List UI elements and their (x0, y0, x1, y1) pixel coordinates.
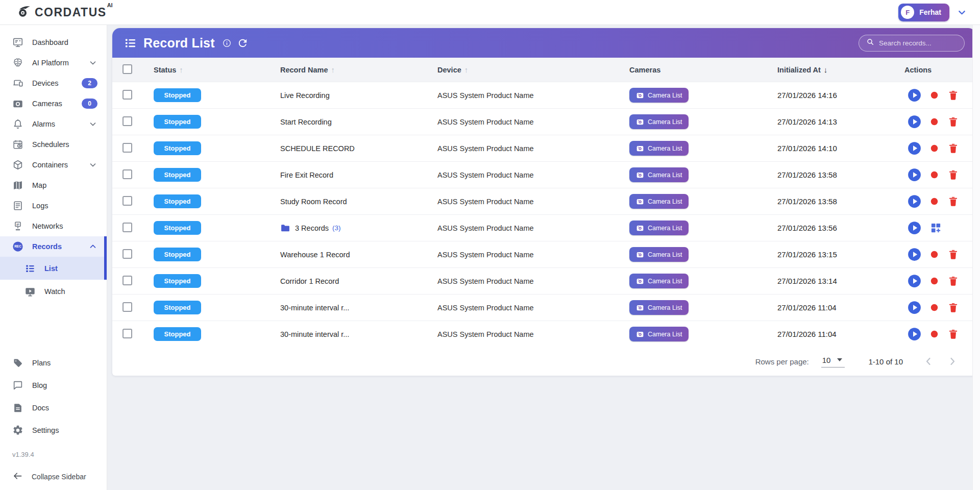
record-button[interactable] (930, 170, 939, 179)
sidebar-item-cameras[interactable]: Cameras0 (0, 93, 107, 114)
column-header-device[interactable]: Device↑ (437, 65, 629, 74)
play-button[interactable] (908, 141, 921, 155)
record-group-name[interactable]: 3 Records(3) (280, 223, 437, 233)
play-button[interactable] (908, 221, 921, 235)
play-button[interactable] (908, 88, 921, 102)
record-button[interactable] (930, 117, 939, 126)
row-checkbox[interactable] (122, 329, 132, 338)
play-button[interactable] (908, 327, 921, 341)
rows-per-page-select[interactable]: 10 (821, 356, 845, 368)
record-button[interactable] (930, 277, 939, 285)
column-header-initialized-at[interactable]: Initialized At↓ (777, 65, 904, 74)
camera-small-icon (636, 304, 644, 312)
camera-list-button[interactable]: Camera List (629, 114, 689, 129)
row-checkbox[interactable] (122, 302, 132, 312)
camera-list-label: Camera List (648, 92, 682, 99)
row-checkbox[interactable] (122, 169, 132, 179)
table-row: Stopped30-minute interval r...ASUS Syste… (112, 294, 976, 321)
sidebar-item-map[interactable]: Map (0, 175, 107, 195)
sidebar-item-logs[interactable]: Logs (0, 195, 107, 216)
sidebar-item-docs[interactable]: Docs (0, 397, 107, 419)
sidebar-item-records[interactable]: RECRecords (0, 236, 107, 257)
camera-list-button[interactable]: Camera List (629, 88, 689, 103)
row-checkbox[interactable] (122, 116, 132, 126)
avatar: F (901, 6, 914, 19)
sidebar-item-blog[interactable]: Blog (0, 374, 107, 397)
delete-button[interactable] (947, 169, 959, 181)
delete-button[interactable] (947, 302, 959, 313)
play-button[interactable] (908, 168, 921, 182)
record-button[interactable] (930, 144, 939, 153)
camera-list-button[interactable]: Camera List (629, 220, 689, 235)
play-button[interactable] (908, 248, 921, 261)
sidebar-subitem-label: List (44, 264, 58, 273)
camera-list-button[interactable]: Camera List (629, 141, 689, 156)
sidebar-item-plans[interactable]: Plans (0, 352, 107, 374)
row-checkbox[interactable] (122, 143, 132, 153)
sidebar-item-dashboard[interactable]: Dashboard (0, 32, 107, 53)
sort-up-icon: ↑ (331, 65, 335, 74)
row-checkbox[interactable] (122, 90, 132, 100)
refresh-button[interactable] (237, 37, 249, 49)
select-all-checkbox[interactable] (122, 64, 132, 74)
row-checkbox[interactable] (122, 276, 132, 285)
delete-button[interactable] (947, 195, 959, 207)
row-checkbox[interactable] (122, 249, 132, 259)
camera-list-button[interactable]: Camera List (629, 274, 689, 288)
record-button[interactable] (930, 330, 939, 338)
row-checkbox[interactable] (122, 196, 132, 206)
record-button[interactable] (930, 197, 939, 206)
initialized-at: 27/01/2026 13:58 (777, 197, 904, 206)
sidebar-item-settings[interactable]: Settings (0, 419, 107, 442)
delete-button[interactable] (947, 116, 959, 128)
column-header-record-name[interactable]: Record Name↑ (280, 65, 437, 74)
panel-header: Record List (112, 28, 976, 58)
sidebar-item-alarms[interactable]: Alarms (0, 114, 107, 134)
page-scrollbar[interactable] (972, 25, 980, 490)
previous-page-button[interactable] (922, 355, 935, 368)
delete-button[interactable] (947, 142, 959, 154)
delete-button[interactable] (947, 275, 959, 287)
user-menu-chevron-down-icon[interactable] (957, 8, 967, 17)
brand-logo[interactable]: CORDATUSAI (17, 5, 112, 20)
device-name: ASUS System Product Name (437, 118, 629, 126)
camera-list-button[interactable]: Camera List (629, 247, 689, 262)
record-button[interactable] (930, 250, 939, 259)
row-checkbox[interactable] (122, 223, 132, 232)
status-badge: Stopped (154, 301, 201, 314)
chevron-down-icon (88, 58, 97, 67)
delete-button[interactable] (947, 328, 959, 340)
play-button[interactable] (908, 301, 921, 314)
play-button[interactable] (908, 274, 921, 288)
user-chip[interactable]: F Ferhat (898, 4, 949, 21)
sidebar-subitem-watch[interactable]: Watch (0, 280, 107, 303)
column-header-status[interactable]: Status↑ (154, 65, 280, 74)
play-button[interactable] (908, 194, 921, 208)
info-icon[interactable] (222, 38, 232, 48)
sidebar-item-containers[interactable]: Containers (0, 155, 107, 175)
camera-list-button[interactable]: Camera List (629, 194, 689, 209)
row-actions (904, 115, 964, 129)
delete-button[interactable] (947, 249, 959, 260)
play-button[interactable] (908, 115, 921, 129)
sidebar-item-schedulers[interactable]: Schedulers (0, 134, 107, 155)
next-page-button[interactable] (946, 355, 959, 368)
camera-list-button[interactable]: Camera List (629, 300, 689, 315)
sidebar-item-networks[interactable]: IPNetworks (0, 216, 107, 236)
device-name: ASUS System Product Name (437, 144, 629, 153)
collapse-sidebar-button[interactable]: Collapse Sidebar (0, 471, 107, 483)
sidebar-item-ai-platform[interactable]: AI Platform (0, 53, 107, 73)
record-button[interactable] (930, 303, 939, 312)
play-icon (908, 96, 921, 104)
grid-add-button[interactable] (930, 222, 942, 234)
record-button[interactable] (930, 91, 939, 100)
search-input[interactable] (879, 39, 957, 47)
camera-list-button[interactable]: Camera List (629, 327, 689, 341)
device-name: ASUS System Product Name (437, 91, 629, 100)
sidebar-subitem-list[interactable]: List (0, 257, 107, 280)
brand-name: CORDATUSAI (35, 6, 112, 19)
delete-button[interactable] (947, 89, 959, 101)
camera-list-button[interactable]: Camera List (629, 167, 689, 182)
topbar: CORDATUSAI F Ferhat (0, 0, 980, 25)
sidebar-item-devices[interactable]: Devices2 (0, 73, 107, 93)
